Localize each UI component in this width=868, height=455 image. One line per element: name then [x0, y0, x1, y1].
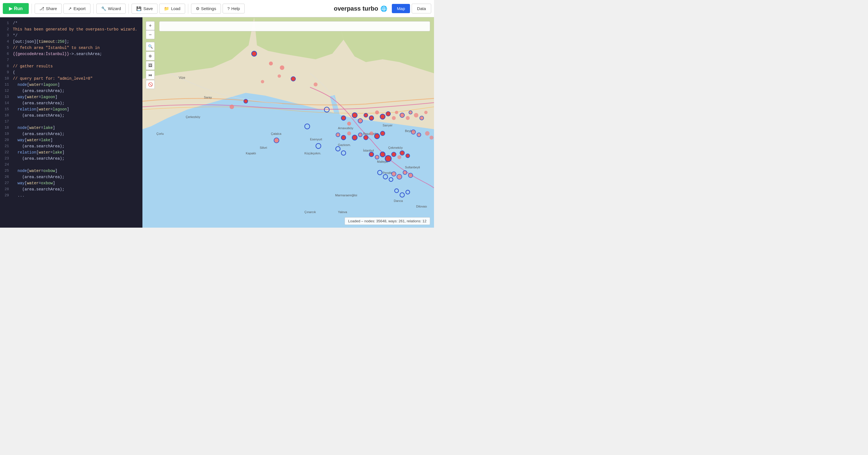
svg-point-61: [364, 135, 368, 140]
svg-text:Yalova: Yalova: [338, 210, 347, 214]
svg-point-63: [374, 134, 379, 139]
layers-button[interactable]: 🖼: [146, 61, 155, 70]
code-line: 20 way[water=lake]: [0, 137, 143, 143]
code-line: 2 This has been generated by the overpas…: [0, 26, 143, 32]
map-visualization: Vize Saray Çerkezköy Çorlu Çatalca Siliv…: [143, 17, 434, 228]
main-layout: 1 /* 2 This has been generated by the ov…: [0, 17, 434, 228]
svg-point-53: [414, 113, 418, 117]
code-line: 23 (area.searchArea);: [0, 155, 143, 162]
zoom-out-button[interactable]: −: [146, 30, 155, 39]
code-line: 19 (area.searchArea);: [0, 131, 143, 137]
svg-point-48: [392, 116, 396, 120]
svg-point-59: [352, 135, 357, 140]
svg-point-51: [406, 116, 410, 120]
zoom-in-button[interactable]: +: [146, 21, 155, 30]
code-line: 5 // fetch area "İstanbul" to search in: [0, 45, 143, 51]
code-line: 18 node[water=lake]: [0, 125, 143, 131]
code-line: 15 relation[water=lagoon]: [0, 106, 143, 112]
search-map-button[interactable]: 🔍: [146, 42, 155, 51]
load-icon: 📁: [164, 6, 169, 11]
code-line: 28 (area.searchArea);: [0, 186, 143, 192]
svg-point-52: [409, 111, 412, 114]
data-tab-button[interactable]: Data: [412, 4, 431, 13]
svg-point-40: [347, 122, 351, 125]
wizard-button[interactable]: 🔧 Wizard: [96, 4, 126, 14]
svg-point-64: [380, 131, 385, 136]
code-line: 9 (: [0, 69, 143, 76]
svg-point-29: [252, 51, 257, 56]
code-line: 21 (area.searchArea);: [0, 143, 143, 149]
export-icon: ↗: [68, 6, 72, 11]
svg-point-67: [425, 131, 430, 136]
map-tab-button[interactable]: Map: [392, 4, 410, 13]
svg-point-79: [403, 171, 407, 174]
save-button[interactable]: 💾 Save: [131, 4, 157, 14]
zoom-controls: + −: [146, 21, 155, 39]
svg-text:Sultanbeyli: Sultanbeyli: [405, 166, 420, 169]
svg-text:Kapaklı: Kapaklı: [246, 151, 256, 155]
app-title: overpass turbo 🌐: [334, 5, 388, 12]
svg-point-36: [244, 99, 248, 103]
play-icon: ▶: [9, 6, 12, 11]
svg-point-74: [397, 155, 401, 159]
locate-button[interactable]: ⊕: [146, 52, 155, 60]
svg-text:Silivri: Silivri: [260, 146, 267, 149]
svg-text:Marmaraereğlisi: Marmaraereğlisi: [335, 194, 357, 197]
code-line: 8 // gather results: [0, 63, 143, 69]
share-icon: ⎇: [39, 6, 44, 11]
code-line: 1 /*: [0, 20, 143, 26]
svg-text:Küçükçekm.: Küçükçekm.: [304, 151, 321, 155]
map-controls: + − 🔍 ⊕ 🖼 ⏮ 🚫: [146, 21, 155, 89]
help-button[interactable]: ? Help: [223, 4, 245, 13]
code-line: 17: [0, 119, 143, 125]
run-button[interactable]: ▶ Run: [3, 3, 29, 14]
code-line: 12 (area.searchArea);: [0, 88, 143, 94]
map-canvas: Vize Saray Çerkezköy Çorlu Çatalca Siliv…: [143, 17, 434, 228]
svg-text:Esenyurt: Esenyurt: [310, 138, 322, 141]
svg-point-34: [261, 80, 264, 83]
code-editor[interactable]: 1 /* 2 This has been generated by the ov…: [0, 17, 143, 228]
map-search-input[interactable]: [159, 21, 430, 31]
svg-text:Pendik: Pendik: [382, 171, 392, 174]
svg-point-55: [424, 111, 428, 114]
svg-point-71: [380, 152, 385, 157]
rewind-button[interactable]: ⏮: [146, 70, 155, 79]
settings-icon: ⚙: [196, 6, 199, 11]
svg-text:Çerkezköy: Çerkezköy: [186, 115, 200, 119]
map-area[interactable]: Vize Saray Çerkezköy Çorlu Çatalca Siliv…: [143, 17, 434, 228]
toolbar-separator-2: [93, 4, 94, 14]
share-button[interactable]: ⎇ Share: [35, 4, 62, 14]
toolbar: ▶ Run ⎇ Share ↗ Export 🔧 Wizard 💾 Save 📁…: [0, 0, 434, 17]
svg-point-69: [369, 152, 374, 157]
disable-button[interactable]: 🚫: [146, 80, 155, 89]
svg-text:İstanbul: İstanbul: [363, 149, 374, 152]
svg-text:Saray: Saray: [204, 96, 212, 99]
code-line: 27 way[water=oxbow]: [0, 180, 143, 186]
svg-text:Sarıyer: Sarıyer: [382, 123, 393, 127]
svg-text:Çorlu: Çorlu: [156, 132, 164, 135]
svg-text:Çatalca: Çatalca: [271, 132, 281, 135]
code-line: 16 (area.searchArea);: [0, 112, 143, 119]
code-line: 29 ...: [0, 192, 143, 199]
svg-point-73: [392, 152, 396, 157]
svg-point-35: [229, 105, 234, 109]
svg-point-38: [274, 138, 279, 143]
svg-point-44: [369, 116, 374, 120]
svg-point-72: [385, 155, 391, 162]
svg-point-39: [341, 116, 346, 120]
svg-point-42: [358, 119, 363, 123]
svg-point-41: [352, 113, 357, 118]
svg-point-56: [336, 133, 340, 137]
svg-text:Dilovası: Dilovası: [416, 205, 427, 208]
svg-text:Çekmeköy: Çekmeköy: [388, 146, 403, 149]
code-line: 14 (area.searchArea);: [0, 100, 143, 106]
code-line: 10 // query part for: "admin_level=8": [0, 76, 143, 82]
export-button[interactable]: ↗ Export: [63, 4, 90, 14]
load-button[interactable]: 📁 Load: [159, 4, 185, 14]
help-icon: ?: [227, 6, 229, 11]
svg-point-30: [269, 61, 273, 65]
svg-point-37: [314, 83, 317, 86]
settings-button[interactable]: ⚙ Settings: [191, 4, 221, 14]
svg-point-77: [392, 172, 396, 176]
map-search-container: [159, 21, 430, 31]
